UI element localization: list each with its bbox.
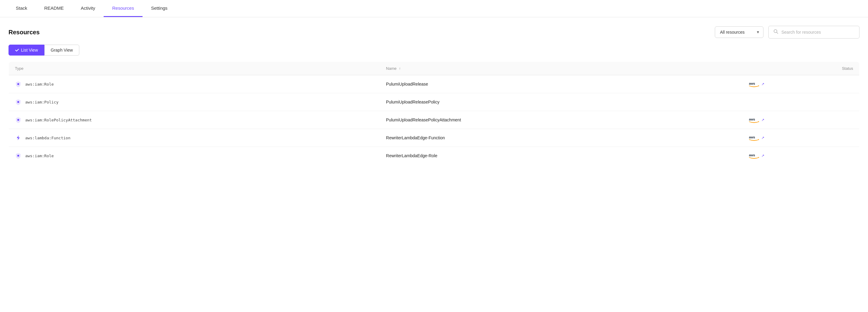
search-input[interactable] [781,30,854,35]
shield-icon [15,152,22,159]
resources-header: Resources All resources aws:iam aws:lamb… [8,26,860,39]
status-cell: aws ↗ [742,147,860,165]
tab-stack[interactable]: Stack [7,0,36,17]
view-toggle: List View Graph View [8,45,860,56]
svg-point-5 [17,101,19,103]
tab-readme[interactable]: README [36,0,72,17]
tab-settings[interactable]: Settings [143,0,176,17]
status-cell: aws ↗ [742,111,860,129]
header-controls: All resources aws:iam aws:lambda ▼ [715,26,860,39]
main-content: Resources All resources aws:iam aws:lamb… [0,17,868,165]
aws-link[interactable]: aws ↗ [749,152,853,159]
external-link-icon: ↗ [761,136,764,140]
type-cell: aws:iam:Policy [9,93,380,111]
table-row: aws:iam:Role PulumiUploadRelease aws ↗ [9,75,860,93]
shield-icon [15,99,22,105]
table-row: aws:lambda:Function RewriterLambdaEdge-F… [9,129,860,147]
status-cell: aws ↗ [742,129,860,147]
svg-text:aws: aws [749,153,755,157]
tab-activity[interactable]: Activity [72,0,104,17]
col-type: Type [9,62,380,75]
svg-text:aws: aws [749,135,755,139]
list-view-button[interactable]: List View [8,45,44,56]
aws-link[interactable]: aws ↗ [749,134,853,141]
aws-link[interactable]: aws ↗ [749,81,853,88]
tabs-bar: Stack README Activity Resources Settings [0,0,868,17]
type-label: aws:iam:Role [25,153,54,158]
type-cell: aws:iam:RolePolicyAttachment [9,111,380,129]
name-cell: PulumiUploadRelease [380,75,742,93]
shield-icon [15,81,22,88]
shield-icon [15,116,22,123]
status-cell: aws ↗ [742,75,860,93]
type-label: aws:iam:Role [25,82,54,86]
aws-link[interactable]: aws ↗ [749,116,853,123]
lightning-icon [15,134,22,141]
sort-arrow-up-icon: ↑ [399,66,401,71]
table-row: aws:iam:Role RewriterLambdaEdge-Role aws… [9,147,860,165]
table-row: aws:iam:Policy PulumiUploadReleasePolicy [9,93,860,111]
resources-table: Type Name ↑ Status aws:iam:Role PulumiUp… [8,62,860,165]
name-cell: PulumiUploadReleasePolicyAttachment [380,111,742,129]
type-cell: aws:lambda:Function [9,129,380,147]
svg-text:aws: aws [749,117,755,121]
search-icon [773,29,778,35]
svg-line-1 [777,32,778,34]
type-label: aws:lambda:Function [25,136,70,140]
svg-point-6 [17,119,19,121]
status-cell [742,93,860,111]
external-link-icon: ↗ [761,82,764,86]
svg-text:aws: aws [749,82,755,85]
list-view-label: List View [21,48,38,53]
external-link-icon: ↗ [761,118,764,122]
svg-point-2 [17,83,19,85]
search-box [768,26,860,39]
graph-view-button[interactable]: Graph View [44,45,79,56]
resource-type-select[interactable]: All resources aws:iam aws:lambda [715,26,764,38]
col-name[interactable]: Name ↑ [380,62,742,75]
svg-point-12 [17,155,19,157]
tab-resources[interactable]: Resources [104,0,143,17]
name-cell: PulumiUploadReleasePolicy [380,93,742,111]
col-status: Status [742,62,860,75]
name-cell: RewriterLambdaEdge-Role [380,147,742,165]
page-title: Resources [8,29,39,36]
svg-marker-9 [17,135,20,140]
table-row: aws:iam:RolePolicyAttachment PulumiUploa… [9,111,860,129]
type-cell: aws:iam:Role [9,147,380,165]
type-label: aws:iam:Policy [25,100,59,104]
name-cell: RewriterLambdaEdge-Function [380,129,742,147]
graph-view-label: Graph View [51,48,73,53]
external-link-icon: ↗ [761,153,764,158]
check-icon [15,48,19,52]
table-header-row: Type Name ↑ Status [9,62,860,75]
resource-type-filter: All resources aws:iam aws:lambda ▼ [715,26,764,38]
type-label: aws:iam:RolePolicyAttachment [25,118,92,122]
type-cell: aws:iam:Role [9,75,380,93]
